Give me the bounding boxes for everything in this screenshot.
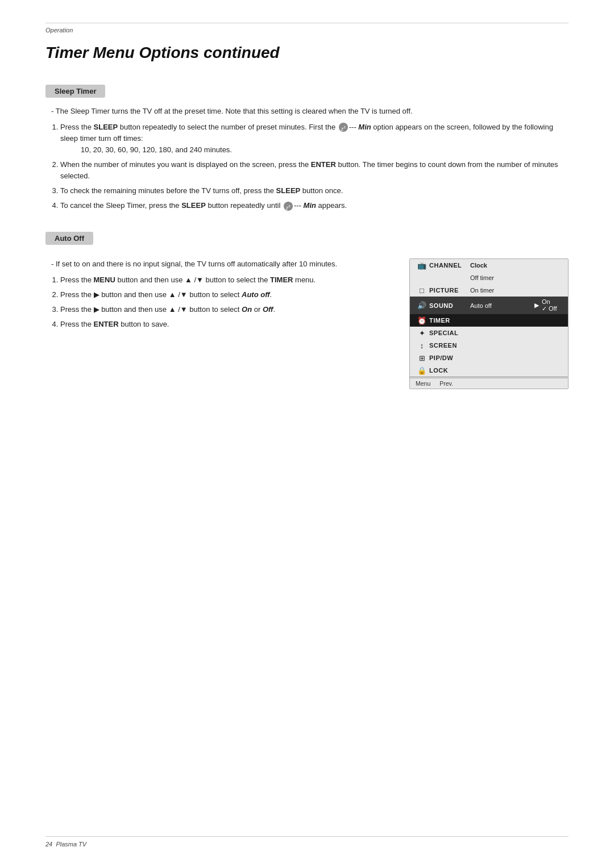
sleep-bold-2: SLEEP (276, 186, 301, 195)
auto-off-section: Auto Off If set to on and there is no in… (45, 232, 569, 389)
sleep-timer-bullet: The Sleep Timer turns the TV off at the … (51, 106, 569, 117)
menu-row-screen: ↕ SCREEN (410, 339, 568, 352)
enter-bold-1: ENTER (311, 160, 336, 169)
screen-icon: ↕ (414, 341, 429, 350)
channel-icon: 📺 (414, 261, 429, 270)
auto-step-4: Press the ENTER button to save. (60, 319, 392, 330)
timer-label: TIMER (429, 317, 469, 324)
menu-footer: Menu Prev. (410, 378, 568, 389)
timer-icon: ⏰ (414, 316, 429, 325)
sleep-bold: SLEEP (94, 123, 118, 131)
menu-row-pip: ⊞ PIP/DW (410, 352, 568, 364)
channel-item: Clock (469, 262, 568, 269)
page: Operation Timer Menu Options continued S… (0, 0, 614, 868)
off-label: Off (263, 305, 273, 314)
auto-step-2: Press the ▶ button and then use ▲ /▼ but… (60, 289, 392, 301)
menu-bold: MENU (94, 276, 115, 284)
menu-footer-menu: Menu (416, 380, 430, 387)
screen-label: SCREEN (429, 342, 469, 349)
step-3: To check the remaining minutes before th… (60, 185, 569, 197)
on-value: On (542, 298, 563, 305)
picture-label: PICTURE (429, 287, 469, 294)
auto-off-arrow: ▶ (532, 302, 542, 309)
channel-label: CHANNEL (429, 262, 469, 269)
pip-label: PIP/DW (429, 354, 469, 361)
auto-off-values: On ✓ Off (542, 298, 566, 312)
menu-row-lock: 🔒 LOCK (410, 364, 568, 377)
auto-off-bullet: If set to on and there is no input signa… (51, 258, 392, 270)
picture-item: On timer (469, 287, 568, 294)
auto-off-label: Auto off (242, 290, 270, 299)
picture-icon: □ (414, 286, 429, 295)
page-title: Timer Menu Options continued (45, 44, 569, 62)
menu-row-off-timer: Off timer (410, 272, 568, 284)
auto-off-steps: Press the MENU button and then use ▲ /▼ … (57, 274, 392, 331)
menu-row-sound: 🔊 SOUND Auto off ▶ On ✓ Off (410, 297, 568, 314)
timer-bold: TIMER (270, 276, 293, 284)
min-label: Min (358, 123, 371, 131)
special-icon: ✦ (414, 329, 429, 337)
auto-off-text: If set to on and there is no input signa… (45, 258, 392, 333)
sleep-icon-2: zz (284, 202, 293, 211)
top-rule (45, 23, 569, 23)
step-4: To cancel the Sleep Timer, press the SLE… (60, 200, 569, 211)
menu-row-channel: 📺 CHANNEL Clock (410, 259, 568, 272)
on-label: On (242, 305, 252, 314)
auto-off-content: If set to on and there is no input signa… (45, 258, 569, 389)
sleep-timer-header: Sleep Timer (45, 85, 105, 98)
times-indent: 10, 20, 30, 60, 90, 120, 180, and 240 mi… (81, 144, 569, 156)
auto-step-3: Press the ▶ button and then use ▲ /▼ but… (60, 304, 392, 315)
sound-item: Auto off (469, 302, 532, 309)
enter-bold-2: ENTER (94, 320, 119, 328)
section-label: Operation (45, 27, 569, 34)
sleep-timer-steps: Press the SLEEP button repeatedly to sel… (57, 122, 569, 212)
sleep-icon: zz (339, 123, 348, 132)
bottom-label: 24 Plasma TV (45, 841, 86, 848)
product-label: Plasma TV (56, 841, 86, 848)
step-1: Press the SLEEP button repeatedly to sel… (60, 122, 569, 156)
off-timer-item: Off timer (469, 274, 568, 281)
auto-step-1: Press the MENU button and then use ▲ /▼ … (60, 274, 392, 286)
sound-label: SOUND (429, 302, 469, 309)
menu-row-special: ✦ SPECIAL (410, 327, 568, 339)
sound-icon: 🔊 (414, 301, 429, 310)
menu-footer-prev: Prev. (439, 380, 453, 387)
sleep-bold-3: SLEEP (181, 201, 206, 210)
menu-row-timer: ⏰ TIMER (410, 314, 568, 327)
sleep-timer-section: Sleep Timer The Sleep Timer turns the TV… (45, 85, 569, 211)
min-dash: --- (349, 123, 359, 131)
menu-row-picture: □ PICTURE On timer (410, 284, 568, 297)
auto-off-header: Auto Off (45, 232, 93, 245)
bottom-rule (45, 836, 569, 837)
step-2: When the number of minutes you want is d… (60, 159, 569, 182)
page-number: 24 (45, 841, 52, 848)
special-label: SPECIAL (429, 329, 469, 336)
off-value: ✓ Off (542, 305, 563, 312)
min-label-2: Min (304, 201, 316, 210)
pip-icon: ⊞ (414, 354, 429, 362)
menu-screenshot: 📺 CHANNEL Clock Off timer □ PICTURE On t… (409, 258, 569, 389)
lock-label: LOCK (429, 367, 469, 374)
lock-icon: 🔒 (414, 366, 429, 375)
